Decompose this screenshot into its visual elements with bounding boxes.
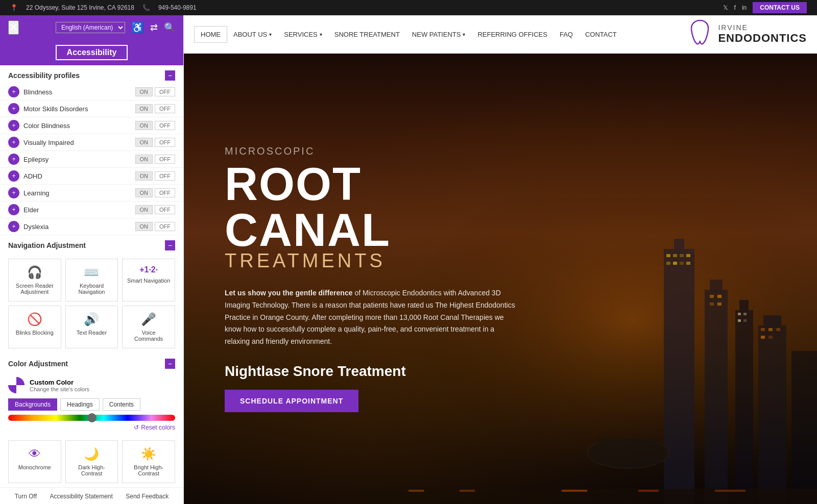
visually-impaired-off[interactable]: OFF xyxy=(155,138,175,147)
profiles-collapse-button[interactable]: − xyxy=(165,70,175,81)
learning-off[interactable]: OFF xyxy=(155,188,175,197)
screen-reader-item[interactable]: 🎧 Screen Reader Adjustment xyxy=(8,259,61,301)
svg-rect-25 xyxy=(761,328,765,331)
profile-row-motor: + Motor Skills Disorders ON OFF xyxy=(0,100,183,117)
accessibility-statement-link[interactable]: Accessibility Statement xyxy=(50,493,112,500)
color-blindness-on[interactable]: ON xyxy=(135,121,153,130)
elder-label: Elder xyxy=(23,206,39,214)
nav-contact[interactable]: CONTACT xyxy=(579,27,623,42)
site-logo: IRVINE ENDODONTICS xyxy=(687,18,807,51)
keyboard-nav-item[interactable]: ⌨️ Keyboard Navigation xyxy=(65,259,118,301)
motor-on[interactable]: ON xyxy=(135,104,153,113)
motor-off[interactable]: OFF xyxy=(155,104,175,113)
top-bar-right: 𝕏 f in CONTACT US xyxy=(723,2,807,13)
top-bar: 📍 22 Odyssey, Suite 125 Irvine, CA 92618… xyxy=(0,0,817,15)
text-reader-item[interactable]: 🔊 Text Reader xyxy=(65,306,118,348)
accessibility-title: Accessibility xyxy=(56,45,128,60)
dyslexia-off[interactable]: OFF xyxy=(155,222,175,231)
language-select[interactable]: English (American) xyxy=(56,22,125,33)
visually-impaired-toggle[interactable]: ON OFF xyxy=(135,138,176,147)
color-tab-backgrounds[interactable]: Backgrounds xyxy=(8,398,57,411)
motor-icon: + xyxy=(8,103,19,114)
svg-rect-26 xyxy=(768,328,773,331)
adhd-on[interactable]: ON xyxy=(135,171,153,181)
visually-impaired-icon: + xyxy=(8,137,19,148)
reset-colors-label: Reset colors xyxy=(141,424,175,431)
bright-contrast-item[interactable]: ☀️ Bright High-Contrast xyxy=(122,440,175,483)
voice-commands-item[interactable]: 🎤 Voice Commands xyxy=(122,306,175,348)
address-text: 22 Odyssey, Suite 125 Irvine, CA 92618 xyxy=(26,4,134,11)
color-slider-thumb[interactable] xyxy=(87,413,97,422)
keyboard-nav-label: Keyboard Navigation xyxy=(70,283,114,295)
color-blindness-toggle[interactable]: ON OFF xyxy=(135,121,176,130)
nav-snore[interactable]: SNORE TREATMENT xyxy=(328,27,406,42)
elder-on[interactable]: ON xyxy=(135,205,153,214)
facebook-icon[interactable]: f xyxy=(734,4,736,11)
turn-off-link[interactable]: Turn Off xyxy=(15,493,37,500)
adhd-icon: + xyxy=(8,170,19,182)
send-feedback-link[interactable]: Send Feedback xyxy=(126,493,169,500)
reset-colors-button[interactable]: ↺ Reset colors xyxy=(8,424,175,431)
elder-off[interactable]: OFF xyxy=(155,205,175,214)
services-chevron: ▾ xyxy=(320,32,322,37)
contrast-grid: 👁 Monochrome 🌙 Dark High-Contrast ☀️ Bri… xyxy=(0,436,183,487)
dyslexia-toggle[interactable]: ON OFF xyxy=(135,222,176,231)
epilepsy-off[interactable]: OFF xyxy=(155,155,175,164)
dark-contrast-item[interactable]: 🌙 Dark High-Contrast xyxy=(65,440,118,483)
epilepsy-toggle[interactable]: ON OFF xyxy=(135,155,176,164)
blinks-blocking-label: Blinks Blocking xyxy=(16,330,54,336)
dyslexia-on[interactable]: ON xyxy=(135,222,153,231)
custom-color-subtitle: Change the site's colors xyxy=(30,386,89,392)
color-slider[interactable] xyxy=(8,415,175,421)
schedule-appointment-button[interactable]: SCHEDULE APPOINTMENT xyxy=(225,390,358,412)
accessibility-icon: ♿ xyxy=(131,21,144,34)
svg-rect-6 xyxy=(686,254,690,257)
color-blindness-off[interactable]: OFF xyxy=(155,121,175,130)
visually-impaired-on[interactable]: ON xyxy=(135,138,153,147)
learning-toggle[interactable]: ON OFF xyxy=(135,188,176,197)
epilepsy-icon: + xyxy=(8,154,19,165)
epilepsy-on[interactable]: ON xyxy=(135,155,153,164)
contact-us-button[interactable]: CONTACT US xyxy=(753,2,807,13)
nav-collapse-button[interactable]: − xyxy=(165,240,175,250)
blindness-on[interactable]: ON xyxy=(135,87,153,96)
twitter-icon[interactable]: 𝕏 xyxy=(723,4,728,11)
svg-rect-19 xyxy=(738,313,741,315)
color-circle-icon xyxy=(8,377,25,393)
blindness-off[interactable]: OFF xyxy=(155,87,175,96)
svg-rect-4 xyxy=(673,254,677,257)
nav-new-patients[interactable]: NEW PATIENTS ▾ xyxy=(406,27,472,42)
color-section-body: Custom Color Change the site's colors Ba… xyxy=(0,372,183,436)
sidebar-close-button[interactable]: ✕ xyxy=(8,20,19,35)
nav-referring[interactable]: REFERRING OFFICES xyxy=(471,27,554,42)
smart-nav-item[interactable]: +1·2· Smart Navigation xyxy=(122,259,175,301)
logo-tooth-icon xyxy=(687,18,713,51)
svg-rect-16 xyxy=(717,303,722,306)
learning-on[interactable]: ON xyxy=(135,188,153,197)
contrast-icon[interactable]: ⇄ xyxy=(150,22,158,33)
motor-toggle[interactable]: ON OFF xyxy=(135,104,176,113)
color-tabs: Backgrounds Headings Contents xyxy=(8,398,175,411)
svg-rect-34 xyxy=(408,490,424,492)
adhd-toggle[interactable]: ON OFF xyxy=(135,171,176,181)
blindness-toggle[interactable]: ON OFF xyxy=(135,87,176,96)
elder-toggle[interactable]: ON OFF xyxy=(135,205,176,214)
profiles-section-title: Accessibility profiles xyxy=(8,71,80,80)
blinks-blocking-item[interactable]: 🚫 Blinks Blocking xyxy=(8,306,61,348)
accessibility-sidebar: ✕ English (American) ♿ ⇄ 🔍 Accessibility… xyxy=(0,15,184,504)
svg-rect-10 xyxy=(686,262,690,265)
nav-services[interactable]: SERVICES ▾ xyxy=(278,27,328,42)
color-tab-headings[interactable]: Headings xyxy=(60,398,100,411)
linkedin-icon[interactable]: in xyxy=(742,4,747,11)
color-tab-contents[interactable]: Contents xyxy=(103,398,140,411)
monochrome-item[interactable]: 👁 Monochrome xyxy=(8,440,61,483)
nav-home[interactable]: HOME xyxy=(194,26,227,43)
nav-about[interactable]: ABOUT US ▾ xyxy=(227,27,278,42)
svg-rect-29 xyxy=(768,336,773,339)
nav-faq[interactable]: FAQ xyxy=(554,27,579,42)
color-collapse-button[interactable]: − xyxy=(165,359,175,369)
hero-subtitle: MICROSCOPIC xyxy=(225,145,531,157)
visually-impaired-label: Visually Impaired xyxy=(23,139,74,146)
eye-icon[interactable]: 🔍 xyxy=(164,22,175,33)
adhd-off[interactable]: OFF xyxy=(155,171,175,181)
